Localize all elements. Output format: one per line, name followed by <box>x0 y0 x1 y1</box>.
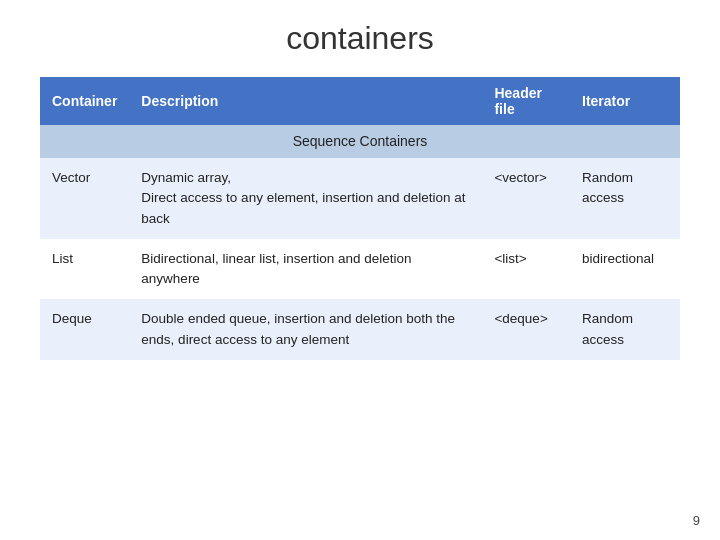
subheader-label: Sequence Containers <box>40 125 680 158</box>
cell-iterator-deque: Random access <box>570 299 680 360</box>
page-title: containers <box>286 20 434 57</box>
cell-container-vector: Vector <box>40 158 129 239</box>
cell-iterator-vector: Random access <box>570 158 680 239</box>
table-row: List Bidirectional, linear list, inserti… <box>40 239 680 300</box>
table-row: Vector Dynamic array,Direct access to an… <box>40 158 680 239</box>
subheader-row: Sequence Containers <box>40 125 680 158</box>
col-header-container: Container <box>40 77 129 125</box>
cell-desc-vector: Dynamic array,Direct access to any eleme… <box>129 158 482 239</box>
cell-container-list: List <box>40 239 129 300</box>
cell-iterator-list: bidirectional <box>570 239 680 300</box>
cell-desc-deque: Double ended queue, insertion and deleti… <box>129 299 482 360</box>
page-number: 9 <box>693 513 700 528</box>
table-row: Deque Double ended queue, insertion and … <box>40 299 680 360</box>
cell-container-deque: Deque <box>40 299 129 360</box>
col-header-headerfile: Header file <box>482 77 570 125</box>
cell-desc-list: Bidirectional, linear list, insertion an… <box>129 239 482 300</box>
cell-header-deque: <deque> <box>482 299 570 360</box>
cell-header-list: <list> <box>482 239 570 300</box>
cell-header-vector: <vector> <box>482 158 570 239</box>
table-header-row: Container Description Header file Iterat… <box>40 77 680 125</box>
containers-table: Container Description Header file Iterat… <box>40 77 680 360</box>
col-header-description: Description <box>129 77 482 125</box>
col-header-iterator: Iterator <box>570 77 680 125</box>
